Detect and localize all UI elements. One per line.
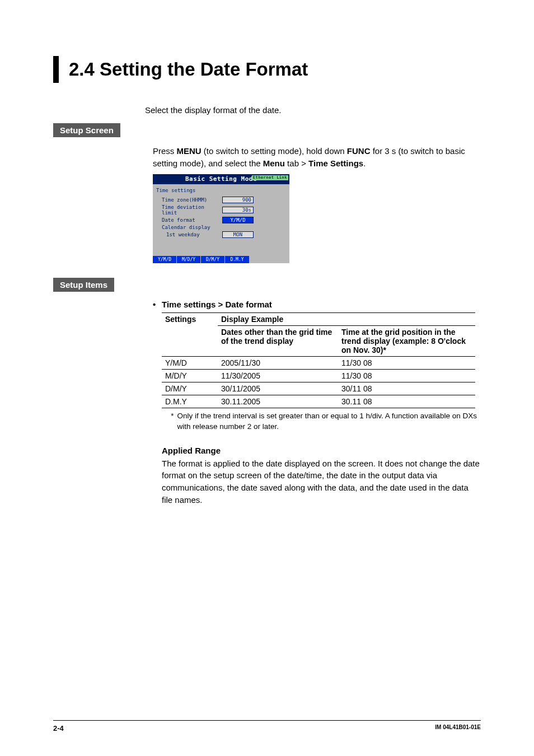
- row-deviation: Time deviation limit 30s: [156, 204, 286, 216]
- section-heading: 2.4 Setting the Date Format: [53, 56, 481, 83]
- kw-menu: MENU: [177, 146, 202, 156]
- wk-field[interactable]: MON: [222, 231, 254, 238]
- cell-s: D.M.Y: [162, 395, 218, 408]
- setup-screen-label: Setup Screen: [53, 123, 120, 137]
- kw-timesettings: Time Settings: [308, 158, 363, 168]
- cell-a: 30.11.2005: [218, 395, 338, 408]
- intro-text: Select the display format of the date.: [145, 105, 481, 115]
- device-body: Time settings Time zone(HHMM) 900 Time d…: [153, 184, 289, 256]
- applied-range-text: The format is applied to the date displa…: [162, 458, 481, 506]
- footnote: * Only if the trend interval is set grea…: [170, 410, 481, 432]
- cell-a: 2005/11/30: [218, 356, 338, 369]
- device-title-bar: Basic Setting Mode Ethernet Link: [153, 174, 289, 184]
- softkey-dmy[interactable]: D/M/Y: [201, 256, 225, 263]
- doc-id: IM 04L41B01-01E: [435, 724, 481, 732]
- th-col1: Dates other than the grid time of the tr…: [218, 325, 338, 356]
- row-dateformat: Date format Y/M/D: [156, 217, 286, 223]
- cell-b: 30/11 08: [338, 382, 475, 395]
- kw-menu2: Menu: [263, 158, 285, 168]
- th-settings: Settings: [162, 312, 218, 356]
- cell-s: Y/M/D: [162, 356, 218, 369]
- heading-text: 2.4 Setting the Date Format: [69, 59, 308, 80]
- cal-label: Calendar display: [156, 225, 222, 230]
- th-example: Display Example: [218, 312, 475, 325]
- softkey-mdy[interactable]: M/D/Y: [177, 256, 201, 263]
- cell-s: M/D/Y: [162, 369, 218, 382]
- t: tab >: [285, 158, 308, 168]
- dev-field[interactable]: 30s: [222, 207, 254, 213]
- kw-func: FUNC: [347, 146, 371, 156]
- ethernet-link-badge: Ethernet Link: [252, 175, 288, 180]
- heading-bar: [53, 56, 59, 83]
- row-calendar: Calendar display: [156, 225, 286, 230]
- tz-label: Time zone(HHMM): [156, 197, 222, 203]
- footnote-mark: *: [170, 410, 177, 432]
- row-timezone: Time zone(HHMM) 900: [156, 197, 286, 203]
- t: (to switch to setting mode), hold down: [202, 146, 347, 156]
- fmt-field-selected[interactable]: Y/M/D: [222, 217, 254, 223]
- th-col2: Time at the grid position in the trend d…: [338, 325, 475, 356]
- body: Select the display format of the date. S…: [145, 105, 481, 506]
- row-weekday: 1st weekday MON: [156, 231, 286, 238]
- table-row: D/M/Y 30/11/2005 30/11 08: [162, 382, 475, 395]
- cell-b: 11/30 08: [338, 356, 475, 369]
- cell-a: 30/11/2005: [218, 382, 338, 395]
- cell-s: D/M/Y: [162, 382, 218, 395]
- bullet-row: • Time settings > Date format: [153, 300, 481, 309]
- date-format-table: Settings Display Example Dates other tha…: [162, 312, 475, 408]
- softkey-d-m-y[interactable]: D.M.Y: [225, 256, 249, 263]
- table-row: D.M.Y 30.11.2005 30.11 08: [162, 395, 475, 408]
- wk-label: 1st weekday: [156, 232, 222, 237]
- bullet-icon: •: [153, 300, 162, 309]
- softkey-ymd[interactable]: Y/M/D: [153, 256, 177, 263]
- fmt-label: Date format: [156, 217, 222, 223]
- device-screenshot: Basic Setting Mode Ethernet Link Time se…: [153, 174, 289, 263]
- table-row: Y/M/D 2005/11/30 11/30 08: [162, 356, 475, 369]
- bullet-text: Time settings > Date format: [162, 300, 272, 309]
- tz-field[interactable]: 900: [222, 197, 254, 203]
- page-footer: 2-4 IM 04L41B01-01E: [53, 720, 481, 732]
- cell-a: 11/30/2005: [218, 369, 338, 382]
- page: 2.4 Setting the Date Format Select the d…: [0, 0, 534, 756]
- t: .: [363, 158, 366, 168]
- setup-instructions: Press MENU (to switch to setting mode), …: [153, 145, 481, 170]
- device-title: Basic Setting Mode: [185, 175, 257, 183]
- footnote-text: Only if the trend interval is set greate…: [177, 410, 481, 432]
- dev-label: Time deviation limit: [156, 204, 222, 216]
- applied-range-heading: Applied Range: [162, 446, 481, 455]
- page-number: 2-4: [53, 724, 64, 732]
- device-softkeys: Y/M/D M/D/Y D/M/Y D.M.Y: [153, 256, 289, 263]
- setup-items-label: Setup Items: [53, 278, 114, 292]
- table-row: M/D/Y 11/30/2005 11/30 08: [162, 369, 475, 382]
- t: Press: [153, 146, 177, 156]
- cell-b: 30.11 08: [338, 395, 475, 408]
- cell-b: 11/30 08: [338, 369, 475, 382]
- device-heading: Time settings: [156, 188, 286, 193]
